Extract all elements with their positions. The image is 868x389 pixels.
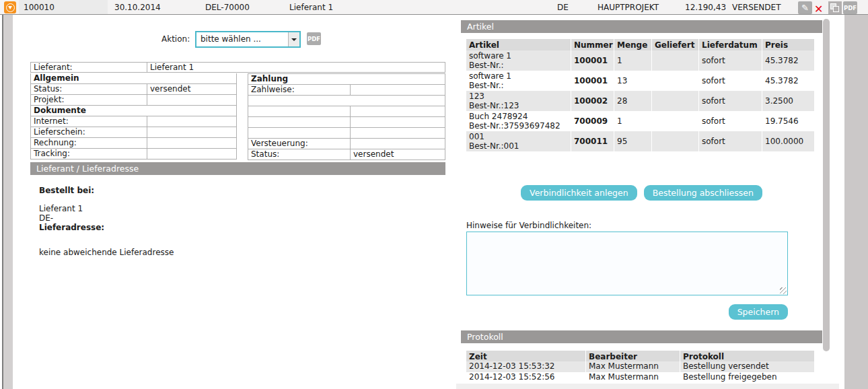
zahlweise-value: [351, 85, 445, 96]
delete-icon[interactable]: ✕: [814, 3, 823, 15]
table-row: Buch 2478924Best-Nr.:37593697482 700009 …: [466, 111, 814, 131]
aktion-selected-value: bitte wählen ...: [196, 32, 288, 46]
speichern-button[interactable]: Speichern: [729, 304, 788, 320]
copy-button[interactable]: [828, 1, 842, 14]
table-row: 2014-12-03 15:52:56 Max Mustermann Beste…: [466, 372, 814, 382]
section-header-protokoll: Protokoll: [461, 330, 822, 343]
pdf-button-aktion[interactable]: PDF: [307, 32, 321, 45]
versteuerung-label: Versteuerung:: [248, 139, 351, 149]
hinweise-label: Hinweise für Verbindlichkeiten:: [466, 221, 591, 230]
info-table-left: Allgemein Status: versendet Projekt: Dok…: [30, 73, 237, 160]
status-value: versendet: [147, 84, 237, 95]
status-label: Status:: [31, 84, 147, 95]
hinweise-textarea-wrap: [466, 232, 788, 295]
table-row: 2014-12-03 15:53:32 Max Mustermann Beste…: [466, 361, 814, 372]
order-row: 100010 30.10.2014 DEL-70000 Lieferant 1 …: [0, 0, 868, 15]
protokoll-table-header: Zeit Bearbeiter Protokoll: [466, 351, 814, 361]
table-row: 001Best-Nr.:001 700011 95 sofort 100.000…: [466, 131, 814, 151]
lieferant-value: Lieferant 1: [147, 63, 445, 73]
hinweise-textarea[interactable]: [466, 232, 788, 295]
rechnung-value: [147, 138, 237, 149]
lieferschein-value: [147, 127, 237, 138]
zahlung-status-label: Status:: [248, 149, 351, 160]
section-header-artikel: Artikel: [461, 20, 822, 33]
lieferant-label: Lieferant:: [31, 63, 147, 73]
scrollbar-thumb[interactable]: [823, 19, 830, 351]
pdf-button-topbar[interactable]: PDF: [843, 1, 857, 14]
empty-row: [248, 96, 445, 106]
aktion-label: Aktion:: [161, 34, 190, 44]
section-allgemein: Allgemein: [31, 73, 237, 84]
order-detail-page: 100010 30.10.2014 DEL-70000 Lieferant 1 …: [0, 0, 868, 389]
left-gutter: [2, 15, 13, 389]
tracking-label: Tracking:: [31, 149, 147, 160]
order-date: 30.10.2014: [114, 3, 161, 12]
artikel-table-header: Artikel Nummer Menge Geliefert Lieferdat…: [466, 39, 814, 50]
section-dokumente: Dokumente: [31, 106, 237, 116]
internet-value: [147, 116, 237, 127]
lieferadresse-value: keine abweichende Lieferadresse: [39, 248, 174, 257]
section-zahlung: Zahlung: [248, 74, 445, 85]
section-header-lieferadresse: Lieferant / Lieferadresse: [30, 162, 445, 175]
bestellung-abschliessen-button[interactable]: Bestellung abschliessen: [644, 185, 762, 201]
next-row-edge: [456, 384, 839, 389]
info-row-lieferant: Lieferant: Lieferant 1: [30, 62, 445, 73]
chevron-down-icon: [288, 32, 299, 46]
tracking-value: [147, 149, 237, 160]
internet-label: Internet:: [31, 116, 147, 127]
table-row: software 1Best-Nr.: 100001 1 sofort 45.3…: [466, 50, 814, 71]
projekt-value: [147, 95, 237, 106]
country-code: DE: [557, 3, 569, 12]
supplier-name: Lieferant 1: [289, 3, 333, 12]
artikel-table: Artikel Nummer Menge Geliefert Lieferdat…: [466, 39, 814, 151]
zahlweise-label: Zahlweise:: [248, 85, 351, 96]
bestellt-bei-label: Bestellt bei:: [39, 186, 174, 195]
protokoll-section: Protokoll Zeit Bearbeiter Protokoll 2014…: [461, 330, 822, 382]
lieferschein-label: Lieferschein:: [31, 127, 147, 138]
collapse-icon: [6, 3, 15, 12]
delivery-number: DEL-70000: [205, 3, 250, 12]
order-amount: 12.190,43: [685, 3, 726, 12]
action-buttons: Verbindlichkeit anlegen Bestellung absch…: [461, 185, 822, 201]
lieferadresse-label: Lieferadresse:: [39, 223, 174, 232]
zahlung-status-value: versendet: [351, 149, 445, 160]
aktion-select[interactable]: bitte wählen ...: [195, 31, 301, 48]
table-row: 123Best-Nr.:123 100002 28 sofort 3.2500: [466, 91, 814, 111]
address-block: Bestellt bei: Lieferant 1 DE- Lieferadre…: [39, 186, 174, 258]
pencil-icon: ✎: [801, 3, 809, 13]
edit-button[interactable]: ✎: [798, 1, 812, 14]
save-row: Speichern: [466, 304, 788, 320]
rechnung-label: Rechnung:: [31, 138, 147, 149]
right-margin: [844, 15, 868, 389]
address-supplier-name: Lieferant 1: [39, 205, 174, 213]
projekt-label: Projekt:: [31, 95, 147, 106]
verbindlichkeit-anlegen-button[interactable]: Verbindlichkeit anlegen: [521, 185, 637, 201]
table-row: software 1Best-Nr.: 100001 13 sofort 45.…: [466, 71, 814, 91]
pdf-icon: PDF: [308, 36, 320, 42]
protokoll-table: Zeit Bearbeiter Protokoll 2014-12-03 15:…: [466, 351, 814, 382]
address-supplier-country: DE-: [39, 214, 174, 223]
info-table-right: Zahlung Zahlweise: Versteuerung: Status:…: [248, 73, 445, 160]
collapse-row-button[interactable]: [4, 1, 16, 13]
versteuerung-value: [351, 139, 445, 149]
pdf-icon: PDF: [844, 5, 857, 11]
project-name: HAUPTPROJEKT: [598, 3, 659, 12]
order-id: 100010: [24, 3, 55, 12]
order-status: VERSENDET: [732, 3, 781, 12]
